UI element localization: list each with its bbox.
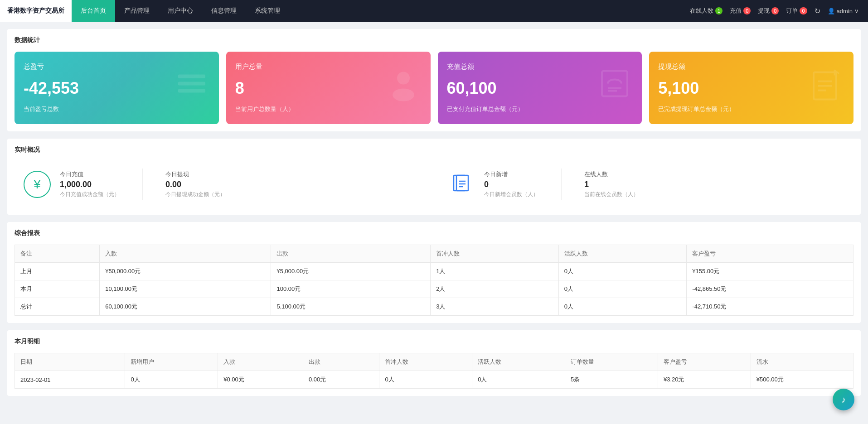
monthly-row0-col6: 5条 <box>565 371 658 389</box>
stats-section: 数据统计 总盈亏 -42,553 当前盈亏总数 用户总量 8 当前用户总数量（人… <box>7 29 861 131</box>
stats-title: 数据统计 <box>15 36 853 44</box>
monthly-title: 本月明细 <box>15 337 853 346</box>
monthly-row0-col8: ¥500.00元 <box>751 371 853 389</box>
online-count-badge[interactable]: 在线人数 1 <box>690 7 723 15</box>
monthly-col-date: 日期 <box>15 353 125 371</box>
monthly-row0-col2: ¥0.00元 <box>218 371 303 389</box>
svg-rect-5 <box>602 71 627 96</box>
svg-point-3 <box>397 72 410 85</box>
report-row2-col5: -42,710.50元 <box>687 298 853 316</box>
report-row2-col0: 总计 <box>15 298 100 316</box>
today-withdraw-label: 今日提现 <box>165 170 225 178</box>
nav-item-products[interactable]: 产品管理 <box>115 0 159 22</box>
report-col-active: 活跃人数 <box>558 245 687 263</box>
report-col-first: 首冲人数 <box>431 245 559 263</box>
users-icon <box>385 66 422 111</box>
yen-icon: ¥ <box>24 171 51 198</box>
stat-card-users: 用户总量 8 当前用户总数量（人） <box>226 52 431 124</box>
table-row: 总计 60,100.00元 5,100.00元 3人 0人 -42,710.50… <box>15 298 853 316</box>
monthly-row0-col7: ¥3.20元 <box>658 371 751 389</box>
rt-separator-2 <box>561 169 562 200</box>
main-content: 数据统计 总盈亏 -42,553 当前盈亏总数 用户总量 8 当前用户总数量（人… <box>0 22 868 410</box>
report-col-outcome: 出款 <box>271 245 431 263</box>
nav-item-users[interactable]: 用户中心 <box>159 0 202 22</box>
members-icon <box>448 171 475 198</box>
report-row2-col3: 3人 <box>431 298 559 316</box>
user-menu[interactable]: 👤 admin ∨ <box>828 8 859 14</box>
monthly-row0-col5: 0人 <box>472 371 565 389</box>
withdraw-badge[interactable]: 提现 0 <box>758 7 779 15</box>
svg-rect-1 <box>178 82 205 86</box>
withdraw-card-icon <box>808 66 844 111</box>
nav-item-info[interactable]: 信息管理 <box>202 0 246 22</box>
today-withdraw-value: 0.00 <box>165 180 225 189</box>
report-row0-col2: ¥5,000.00元 <box>271 263 431 280</box>
report-row0-col4: 0人 <box>558 263 687 280</box>
realtime-left: ¥ 今日充值 1,000.00 今日充值成功金额（元） 今日提现 0.00 今日… <box>24 169 420 200</box>
online-label: 在线人数 <box>690 7 713 15</box>
table-row: 本月 10,100.00元 100.00元 2人 0人 -42,865.50元 <box>15 280 853 298</box>
stat-card-recharge: 充值总额 60,100 已支付充值订单总金额（元） <box>438 52 642 124</box>
brand-logo: 香港数字资产交易所 <box>0 0 72 22</box>
report-col-profit: 客户盈亏 <box>687 245 853 263</box>
rt-separator-main <box>434 169 434 200</box>
online-group: 在线人数 1 当前在线会员数（人） <box>584 170 639 198</box>
monthly-col-flow: 流水 <box>751 353 853 371</box>
order-badge[interactable]: 订单 0 <box>786 7 807 15</box>
profit-icon <box>174 66 210 111</box>
realtime-title: 实时概况 <box>15 146 853 154</box>
today-recharge-label: 今日充值 <box>60 170 120 178</box>
today-new-label: 今日新增 <box>484 170 538 178</box>
report-row0-col0: 上月 <box>15 263 100 280</box>
monthly-col-profit: 客户盈亏 <box>658 353 751 371</box>
report-row1-col1: 10,100.00元 <box>100 280 271 298</box>
order-badge-count: 0 <box>800 7 807 14</box>
order-label: 订单 <box>786 7 798 15</box>
monthly-col-first: 首冲人数 <box>379 353 472 371</box>
online-stat-value: 1 <box>584 180 639 189</box>
svg-rect-2 <box>178 89 205 93</box>
nav-right: 在线人数 1 充值 0 提现 0 订单 0 ↻ 👤 admin ∨ <box>690 7 868 15</box>
report-thead: 备注 入款 出款 首冲人数 活跃人数 客户盈亏 <box>15 245 853 263</box>
recharge-badge[interactable]: 充值 0 <box>730 7 751 15</box>
report-row1-col0: 本月 <box>15 280 100 298</box>
chevron-down-icon: ∨ <box>854 8 859 14</box>
report-row2-col4: 0人 <box>558 298 687 316</box>
monthly-row0-col3: 0.00元 <box>303 371 379 389</box>
nav-item-system[interactable]: 系统管理 <box>246 0 289 22</box>
realtime-right: 今日新增 0 今日新增会员数（人） 在线人数 1 当前在线会员数（人） <box>448 169 844 200</box>
today-new-value: 0 <box>484 180 538 189</box>
recharge-label: 充值 <box>730 7 742 15</box>
today-recharge-group: 今日充值 1,000.00 今日充值成功金额（元） <box>60 170 120 198</box>
report-row1-col5: -42,865.50元 <box>687 280 853 298</box>
report-tbody: 上月 ¥50,000.00元 ¥5,000.00元 1人 0人 ¥155.00元… <box>15 263 853 316</box>
report-row0-col3: 1人 <box>431 263 559 280</box>
online-badge-count: 1 <box>715 7 723 14</box>
recharge-card-icon <box>596 66 633 111</box>
navbar: 香港数字资产交易所 后台首页 产品管理 用户中心 信息管理 系统管理 在线人数 … <box>0 0 868 22</box>
nav-item-home[interactable]: 后台首页 <box>72 0 115 22</box>
report-section: 综合报表 备注 入款 出款 首冲人数 活跃人数 客户盈亏 上月 ¥50,000.… <box>7 222 861 323</box>
report-title: 综合报表 <box>15 229 853 237</box>
float-action-button[interactable]: ♪ <box>833 389 854 410</box>
stat-card-withdraw: 提现总额 5,100 已完成提现订单总金额（元） <box>649 52 853 124</box>
report-table: 备注 入款 出款 首冲人数 活跃人数 客户盈亏 上月 ¥50,000.00元 ¥… <box>15 245 853 316</box>
withdraw-label: 提现 <box>758 7 770 15</box>
report-row0-col1: ¥50,000.00元 <box>100 263 271 280</box>
monthly-row0-col4: 0人 <box>379 371 472 389</box>
report-col-note: 备注 <box>15 245 100 263</box>
today-recharge-sub: 今日充值成功金额（元） <box>60 191 120 198</box>
rt-separator-1 <box>142 169 143 200</box>
refresh-icon[interactable]: ↻ <box>815 7 820 15</box>
report-row1-col4: 0人 <box>558 280 687 298</box>
report-header-row: 备注 入款 出款 首冲人数 活跃人数 客户盈亏 <box>15 245 853 263</box>
report-row2-col1: 60,100.00元 <box>100 298 271 316</box>
monthly-col-orders: 订单数量 <box>565 353 658 371</box>
stats-grid: 总盈亏 -42,553 当前盈亏总数 用户总量 8 当前用户总数量（人） <box>15 52 853 124</box>
float-icon: ♪ <box>841 395 846 405</box>
monthly-row0-col0: 2023-02-01 <box>15 371 125 389</box>
svg-rect-0 <box>178 75 205 78</box>
table-row: 上月 ¥50,000.00元 ¥5,000.00元 1人 0人 ¥155.00元 <box>15 263 853 280</box>
monthly-col-outcome: 出款 <box>303 353 379 371</box>
user-icon: 👤 <box>828 8 835 14</box>
